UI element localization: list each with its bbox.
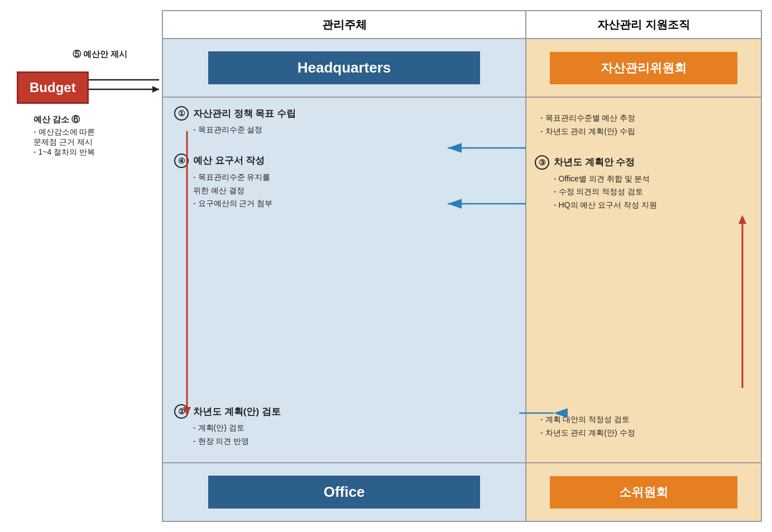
- header-row: 관리주체 자산관리 지원조직: [163, 11, 761, 39]
- svg-marker-3: [152, 86, 159, 93]
- content-col-left: ① 자산관리 정책 목표 수립 - 목표관리수준 설정 ④ 예산 요구서 작성 …: [163, 98, 526, 462]
- committee-col-right: 자산관리위원회: [526, 39, 761, 97]
- step4-title: 예산 요구서 작성: [193, 154, 265, 167]
- hq-col-left: Headquarters: [163, 39, 526, 97]
- committee-box: 자산관리위원회: [550, 52, 737, 84]
- subcommittee-box: 소위원회: [550, 476, 737, 509]
- step4-detail: - 목표관리수준 유지를 위한 예산 결정 - 요구예산의 근거 첨부: [193, 171, 514, 210]
- budget-decrease-area: 예산 감소 ⑥ - 예산감소에 따른 문제점 근거 제시 - 1~4 절차의 반…: [33, 114, 95, 157]
- red-arrow-right-svg: [734, 209, 751, 388]
- hq-box: Headquarters: [208, 51, 480, 84]
- office-col-left: Office: [163, 463, 526, 521]
- svg-marker-7: [739, 215, 746, 224]
- subcommittee-col-right: 소위원회: [526, 463, 761, 521]
- step2-detail: - 계획(안) 검토 - 현장 의견 반영: [193, 421, 514, 448]
- budget-box: Budget: [17, 71, 89, 104]
- right-step2-detail-block: - 계획 대안의 적정성 검토 - 차년도 관리 계획(안) 수정: [535, 413, 752, 440]
- right-step2-details: - 계획 대안의 적정성 검토 - 차년도 관리 계획(안) 수정: [540, 413, 752, 440]
- step4-circle: ④: [174, 154, 189, 168]
- step3-circle: ③: [535, 155, 549, 170]
- step4-block: ④ 예산 요구서 작성 - 목표관리수준 유지를 위한 예산 결정 - 요구예산…: [174, 154, 514, 210]
- outer-box: 관리주체 자산관리 지원조직 Headquarters 자산관리위원회: [162, 10, 762, 522]
- hq-row: Headquarters 자산관리위원회: [163, 39, 761, 98]
- content-section: ① 자산관리 정책 목표 수립 - 목표관리수준 설정 ④ 예산 요구서 작성 …: [163, 98, 761, 462]
- step3-title: 차년도 계획안 수정: [554, 156, 635, 169]
- budget-decrease-detail3: - 1~4 절차의 반복: [33, 147, 95, 157]
- step2-block: ② 차년도 계획(안) 검토 - 계획(안) 검토 - 현장 의견 반영: [174, 404, 514, 448]
- step1-detail: - 목표관리수준 설정: [193, 123, 514, 137]
- header-management: 관리주체: [163, 11, 526, 38]
- step3-detail: - Office별 의견 취합 및 분석 - 수정 의견의 적정성 검토 - H…: [554, 172, 752, 212]
- step1-circle: ①: [174, 106, 189, 121]
- page: Budget ⑤ 예산안 제시 예산 감소 ⑥ - 예산감소에 따른 문제점 근…: [0, 0, 772, 532]
- step3-block: ③ 차년도 계획안 수정 - Office별 의견 취합 및 분석 - 수정 의…: [535, 155, 752, 212]
- budget-label: Budget: [30, 80, 76, 95]
- step2-circle: ②: [174, 404, 189, 419]
- header-support: 자산관리 지원조직: [526, 11, 761, 38]
- step1-title: 자산관리 정책 목표 수립: [193, 107, 296, 120]
- right-step1-detail-block: - 목표관리수준별 예산 추정 - 차년도 관리 계획(안) 수립: [535, 112, 752, 138]
- budget-decrease-detail1: - 예산감소에 따른: [33, 127, 95, 137]
- step2-title: 차년도 계획(안) 검토: [193, 405, 281, 418]
- office-box: Office: [208, 476, 480, 509]
- step1-block: ① 자산관리 정책 목표 수립 - 목표관리수준 설정: [174, 106, 514, 137]
- budget-decrease-title: 예산 감소 ⑥: [33, 114, 95, 125]
- content-col-right: - 목표관리수준별 예산 추정 - 차년도 관리 계획(안) 수립 ③ 차년도 …: [526, 98, 761, 462]
- budget-decrease-detail2: 문제점 근거 제시: [33, 137, 95, 147]
- bottom-row: Office 소위원회: [163, 462, 761, 521]
- right-step1-details: - 목표관리수준별 예산 추정 - 차년도 관리 계획(안) 수립: [540, 112, 752, 138]
